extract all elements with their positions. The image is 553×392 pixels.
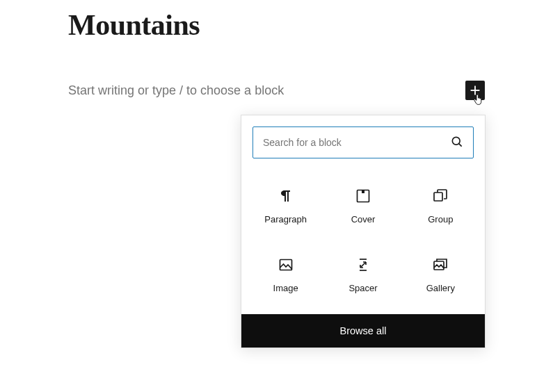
cursor-pointer-icon [472,92,488,107]
block-option-label: Spacer [348,283,377,293]
block-search-wrap [241,115,485,170]
blocks-grid: Paragraph Cover Group Image Spacer [241,170,485,314]
block-placeholder-text[interactable]: Start writing or type / to choose a bloc… [68,83,284,98]
empty-paragraph-row: Start writing or type / to choose a bloc… [68,81,485,100]
group-icon [432,188,449,204]
spacer-icon [355,256,371,273]
block-inserter-popover: Paragraph Cover Group Image Spacer [241,115,486,348]
block-inserter-toggle[interactable] [465,81,485,100]
svg-rect-3 [362,190,364,194]
block-option-gallery[interactable]: Gallery [402,244,479,300]
block-option-label: Group [428,214,453,224]
block-option-label: Paragraph [264,214,307,224]
svg-rect-5 [280,260,291,270]
block-option-cover[interactable]: Cover [324,175,401,231]
page-title[interactable]: Mountains [68,8,485,42]
block-option-label: Gallery [426,283,455,293]
block-option-label: Image [273,283,298,293]
paragraph-icon [278,188,294,204]
block-search-input[interactable] [253,126,474,158]
block-option-group[interactable]: Group [402,175,479,231]
block-option-label: Cover [351,214,376,224]
svg-rect-4 [434,193,442,201]
editor-canvas: Mountains Start writing or type / to cho… [0,0,553,100]
browse-all-button[interactable]: Browse all [241,314,485,348]
block-option-spacer[interactable]: Spacer [324,244,401,300]
block-option-paragraph[interactable]: Paragraph [247,175,324,231]
gallery-icon [432,256,449,273]
image-icon [278,256,294,273]
block-option-image[interactable]: Image [247,244,324,300]
cover-icon [355,188,371,204]
